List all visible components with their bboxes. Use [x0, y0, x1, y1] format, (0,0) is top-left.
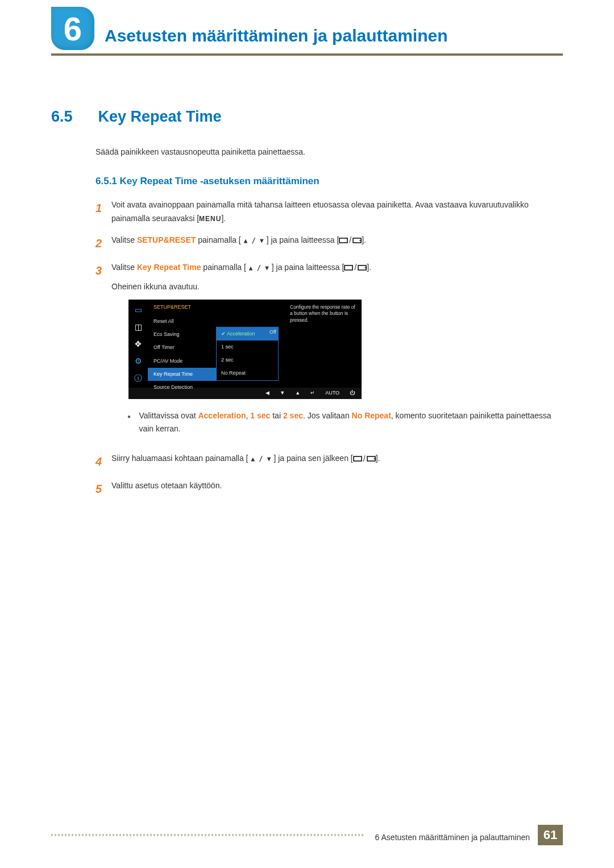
osd-value-off: Off: [269, 328, 276, 337]
osd-item: Reset All: [148, 315, 216, 328]
up-down-icon: ▲ / ▼: [246, 262, 272, 274]
step-4: 4 Siirry haluamaasi kohtaan painamalla […: [96, 452, 563, 471]
step-number: 3: [96, 261, 111, 445]
step-body: Valitse Key Repeat Time painamalla [▲ / …: [111, 261, 563, 445]
step-number: 2: [96, 234, 111, 253]
step-1: 1 Voit avata avainoppaan painamalla mitä…: [96, 198, 563, 226]
step-5: 5 Valittu asetus otetaan käyttöön.: [96, 479, 563, 499]
gear-icon: ⚙: [132, 355, 144, 368]
up-down-icon: ▲ / ▼: [241, 235, 267, 247]
osd-item: PC/AV Mode: [148, 355, 216, 368]
bullet: ● Valittavissa ovat Acceleration, 1 sec …: [127, 409, 563, 437]
section-number: 6.5: [51, 108, 96, 126]
text: tai: [270, 411, 283, 420]
highlight: SETUP&RESET: [137, 235, 196, 244]
text: Oheinen ikkuna avautuu.: [111, 280, 563, 294]
auto-label: AUTO: [325, 389, 339, 397]
text: ].: [376, 454, 380, 463]
picture-icon: ◫: [132, 321, 144, 334]
content: 6.5 Key Repeat Time Säädä painikkeen vas…: [51, 108, 563, 506]
osd-dropdown: Acceleration 1 sec 2 sec No Repeat: [216, 300, 279, 388]
text: . Jos valitaan: [303, 411, 352, 420]
step-body: Siirry haluamaasi kohtaan painamalla [▲ …: [111, 452, 563, 471]
text: Valitse: [111, 235, 137, 244]
up-down-icon: ▲ / ▼: [248, 453, 273, 465]
svg-rect-2: [345, 265, 352, 270]
dd-item: 2 sec: [217, 354, 278, 367]
highlight: Acceleration: [198, 411, 246, 420]
steps: 1 Voit avata avainoppaan painamalla mitä…: [96, 198, 563, 499]
highlight: No Repeat: [352, 411, 391, 420]
bullet-body: Valittavissa ovat Acceleration, 1 sec ta…: [139, 409, 563, 437]
menu-icon: MENU: [199, 215, 221, 223]
text: ].: [221, 214, 226, 223]
text: ].: [367, 263, 371, 272]
svg-rect-4: [354, 456, 362, 461]
chapter-title: Asetusten määrittäminen ja palauttaminen: [105, 25, 448, 47]
text: Siirry haluamaasi kohtaan painamalla [: [111, 454, 248, 463]
down-icon: ▼: [280, 389, 285, 397]
step-body: Valittu asetus otetaan käyttöön.: [111, 479, 563, 499]
osd-help: Configure the response rate of a button …: [279, 300, 362, 388]
step-number: 1: [96, 198, 111, 226]
monitor-icon: ▭: [132, 304, 144, 317]
highlight: 1 sec: [250, 411, 270, 420]
footer-text: 6 Asetusten määrittäminen ja palauttamin…: [375, 833, 530, 845]
text: ] ja paina laitteessa [: [272, 263, 345, 272]
subsection-heading: 6.5.1 Key Repeat Time -asetuksen määritt…: [96, 176, 563, 187]
osd-header: SETUP&RESET: [148, 303, 216, 315]
info-icon: ⓘ: [132, 372, 144, 385]
step-number: 4: [96, 452, 111, 471]
osd-sidebar: ▭ ◫ ✥ ⚙ ⓘ: [128, 300, 148, 388]
osd-item: Source Detection: [148, 381, 216, 394]
svg-rect-0: [339, 238, 347, 243]
osd-menu: SETUP&RESET Reset All Eco Saving Off Tim…: [148, 300, 216, 388]
osd-screenshot: ▭ ◫ ✥ ⚙ ⓘ SETUP&RESET Reset All Eco Savi…: [128, 300, 362, 399]
text: ].: [362, 235, 366, 244]
step-2: 2 Valitse SETUP&RESET painamalla [▲ / ▼]…: [96, 234, 563, 253]
rect-source-icon: /: [344, 261, 367, 275]
up-icon: ▲: [295, 389, 300, 397]
chapter-number-box: 6: [51, 7, 94, 50]
power-icon: ⏻: [350, 389, 355, 397]
dd-item: No Repeat: [217, 367, 278, 380]
rect-source-icon: /: [353, 452, 376, 466]
dd-item: 1 sec: [217, 340, 278, 354]
text: painamalla [: [201, 263, 246, 272]
footer-page-number: 61: [538, 825, 563, 845]
section-heading: 6.5 Key Repeat Time: [51, 108, 563, 126]
highlight: 2 sec: [283, 411, 303, 420]
section-title: Key Repeat Time: [98, 108, 221, 125]
step-body: Voit avata avainoppaan painamalla mitä t…: [111, 198, 563, 226]
dd-item-selected: Acceleration: [217, 327, 278, 340]
footer-divider: [51, 834, 364, 836]
footer: 6 Asetusten määrittäminen ja palauttamin…: [51, 825, 563, 845]
header-bar: 6 Asetusten määrittäminen ja palauttamin…: [51, 23, 563, 56]
step-body: Valitse SETUP&RESET painamalla [▲ / ▼] j…: [111, 234, 563, 253]
move-icon: ✥: [132, 338, 144, 351]
osd-item: Eco Saving: [148, 328, 216, 341]
text: Valittavissa ovat: [139, 411, 198, 420]
text: ] ja paina laitteessa [: [267, 235, 339, 244]
highlight: Key Repeat Time: [137, 263, 201, 272]
left-icon: ◀: [265, 389, 269, 397]
osd-item: Off Timer: [148, 341, 216, 354]
enter-icon: ↵: [310, 389, 315, 397]
text: Voit avata avainoppaan painamalla mitä t…: [111, 200, 529, 223]
text: painamalla [: [196, 235, 240, 244]
rect-source-icon: /: [339, 234, 362, 247]
bullet-dot-icon: ●: [127, 409, 139, 437]
step-3: 3 Valitse Key Repeat Time painamalla [▲ …: [96, 261, 563, 445]
text: Valitse: [111, 263, 137, 272]
intro-text: Säädä painikkeen vastausnopeutta painike…: [96, 147, 563, 156]
step-number: 5: [96, 479, 111, 499]
text: ] ja paina sen jälkeen [: [273, 454, 352, 463]
osd-item-selected: Key Repeat Time: [148, 368, 216, 381]
